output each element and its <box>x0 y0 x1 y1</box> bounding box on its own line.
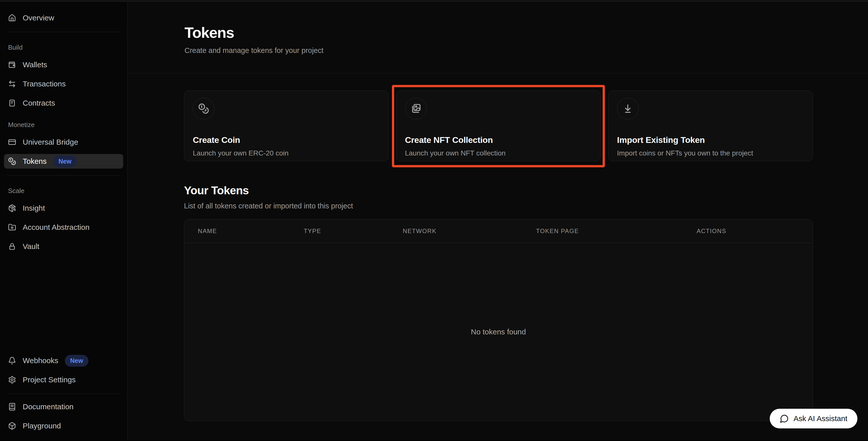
card-title: Import Existing Token <box>617 135 804 145</box>
your-tokens-title: Your Tokens <box>184 184 813 197</box>
sidebar-item-account-abstraction[interactable]: Account Abstraction <box>4 220 123 234</box>
sidebar-item-label: Documentation <box>23 403 73 411</box>
sidebar-item-documentation[interactable]: Documentation <box>4 400 123 414</box>
ask-ai-assistant-label: Ask AI Assistant <box>794 414 847 423</box>
window-top-strip <box>0 0 868 2</box>
bell-icon <box>8 356 16 365</box>
sidebar-divider <box>7 175 120 176</box>
sidebar-item-label: Insight <box>23 204 45 213</box>
create-coin-card[interactable]: Create Coin Launch your own ERC-20 coin <box>184 91 389 161</box>
sidebar-item-label: Tokens <box>23 157 46 165</box>
sidebar-divider <box>7 393 120 394</box>
sidebar-item-label: Playground <box>23 421 61 430</box>
cube-icon <box>8 422 16 430</box>
new-badge: New <box>53 156 76 167</box>
create-nft-collection-card[interactable]: Create NFT Collection Launch your own NF… <box>396 91 601 161</box>
sidebar-item-transactions[interactable]: Transactions <box>4 76 123 91</box>
empty-message: No tokens found <box>471 327 526 336</box>
sidebar-section-build: Build <box>4 43 123 52</box>
images-icon <box>410 103 422 114</box>
new-badge: New <box>65 355 88 367</box>
tokens-table: NAME TYPE NETWORK TOKEN PAGE ACTIONS No … <box>184 219 813 421</box>
lock-icon <box>8 243 16 251</box>
column-header-name: NAME <box>198 227 304 234</box>
card-icon-circle <box>617 98 639 120</box>
card-icon-circle <box>193 98 215 120</box>
tokens-content: Create Coin Launch your own ERC-20 coin … <box>127 73 868 421</box>
sidebar: Overview Build Wallets Transactions Cont… <box>0 2 127 440</box>
sidebar-item-label: Webhooks <box>23 356 58 365</box>
card-description: Launch your own NFT collection <box>405 149 592 157</box>
sidebar-item-overview[interactable]: Overview <box>4 10 123 25</box>
sidebar-item-label: Project Settings <box>23 376 75 384</box>
package-search-icon <box>8 204 16 212</box>
sidebar-item-label: Transactions <box>23 80 66 88</box>
sidebar-item-label: Overview <box>23 13 54 22</box>
sidebar-section-monetize: Monetize <box>4 121 123 129</box>
sidebar-item-project-settings[interactable]: Project Settings <box>4 373 123 387</box>
tokens-table-empty-state: No tokens found <box>184 243 812 421</box>
sidebar-item-playground[interactable]: Playground <box>4 418 123 433</box>
your-tokens-subtitle: List of all tokens created or imported i… <box>184 202 813 210</box>
column-header-network: NETWORK <box>403 227 536 234</box>
sidebar-item-wallets[interactable]: Wallets <box>4 58 123 72</box>
column-header-type: TYPE <box>304 227 403 234</box>
folder-dot-icon <box>8 223 16 231</box>
coins-icon <box>198 103 209 114</box>
sidebar-item-universal-bridge[interactable]: Universal Bridge <box>4 135 123 150</box>
gear-icon <box>8 376 16 384</box>
column-header-actions: ACTIONS <box>696 227 812 234</box>
wallet-icon <box>8 61 16 69</box>
sidebar-spacer <box>4 258 123 353</box>
sidebar-item-tokens[interactable]: Tokens New <box>4 154 123 168</box>
create-options-row: Create Coin Launch your own ERC-20 coin … <box>184 91 813 161</box>
sidebar-item-label: Universal Bridge <box>23 138 78 147</box>
transactions-icon <box>8 80 16 88</box>
chat-bubble-icon <box>780 414 789 423</box>
page-subtitle: Create and manage tokens for your projec… <box>185 46 813 55</box>
import-existing-token-card[interactable]: Import Existing Token Import coins or NF… <box>608 91 813 161</box>
card-description: Launch your own ERC-20 coin <box>193 149 380 157</box>
sidebar-divider <box>7 32 120 32</box>
import-token-card-wrap: Import Existing Token Import coins or NF… <box>608 91 813 161</box>
sidebar-item-contracts[interactable]: Contracts <box>4 96 123 111</box>
sidebar-item-label: Account Abstraction <box>23 223 90 231</box>
create-nft-card-wrap: Create NFT Collection Launch your own NF… <box>396 91 601 161</box>
page-header: Tokens Create and manage tokens for your… <box>127 2 868 73</box>
sidebar-item-insight[interactable]: Insight <box>4 201 123 216</box>
coins-icon <box>8 157 16 165</box>
bridge-card-icon <box>8 138 16 146</box>
page-title: Tokens <box>185 25 813 40</box>
sidebar-item-label: Vault <box>23 242 39 251</box>
column-header-token-page: TOKEN PAGE <box>536 227 696 234</box>
card-title: Create Coin <box>193 135 380 145</box>
sidebar-item-label: Wallets <box>23 61 47 69</box>
book-icon <box>8 403 16 411</box>
card-title: Create NFT Collection <box>405 135 592 145</box>
import-down-icon <box>622 103 633 114</box>
card-icon-circle <box>405 98 427 120</box>
sidebar-item-vault[interactable]: Vault <box>4 239 123 254</box>
contract-icon <box>8 99 16 107</box>
app-frame: Overview Build Wallets Transactions Cont… <box>0 2 868 440</box>
sidebar-item-webhooks[interactable]: Webhooks New <box>4 353 123 368</box>
sidebar-item-label: Contracts <box>23 99 55 107</box>
ask-ai-assistant-button[interactable]: Ask AI Assistant <box>770 409 858 429</box>
card-description: Import coins or NFTs you own to the proj… <box>617 149 804 157</box>
create-coin-card-wrap: Create Coin Launch your own ERC-20 coin <box>184 91 389 161</box>
tokens-table-header: NAME TYPE NETWORK TOKEN PAGE ACTIONS <box>184 220 812 243</box>
home-icon <box>8 14 16 22</box>
sidebar-section-scale: Scale <box>4 187 123 195</box>
main-content: Tokens Create and manage tokens for your… <box>127 2 868 440</box>
